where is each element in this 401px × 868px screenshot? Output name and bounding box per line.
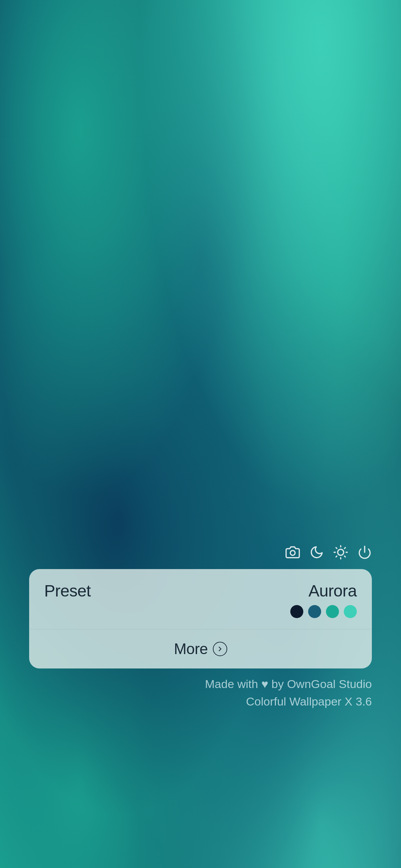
svg-line-5 (344, 556, 345, 557)
color-dot-4[interactable] (344, 605, 357, 618)
brightness-icon[interactable] (333, 545, 348, 559)
camera-icon[interactable] (285, 545, 300, 559)
widget-card: Preset Aurora More (29, 569, 372, 668)
color-dot-3[interactable] (326, 605, 339, 618)
color-dots (44, 605, 357, 618)
footer-line-2: Colorful Wallpaper X 3.6 (205, 693, 372, 710)
color-dot-2[interactable] (308, 605, 321, 618)
power-icon[interactable] (357, 545, 372, 559)
footer-line-1: Made with ♥ by OwnGoal Studio (205, 675, 372, 693)
svg-point-1 (338, 549, 344, 555)
preset-value: Aurora (308, 581, 357, 600)
preset-row: Preset Aurora (44, 581, 357, 600)
svg-point-0 (290, 551, 295, 555)
svg-line-4 (336, 547, 337, 548)
moon-icon[interactable] (309, 545, 324, 559)
footer: Made with ♥ by OwnGoal Studio Colorful W… (205, 675, 372, 710)
svg-line-9 (344, 547, 345, 548)
more-label: More (174, 640, 208, 658)
widget-top: Preset Aurora (29, 569, 372, 629)
more-chevron-icon (213, 642, 227, 656)
more-button[interactable]: More (29, 629, 372, 668)
page-container: Preset Aurora More Made with ♥ by OwnGoa… (0, 0, 401, 868)
toolbar (285, 545, 372, 559)
svg-line-8 (336, 556, 337, 557)
color-dot-1[interactable] (290, 605, 303, 618)
preset-label: Preset (44, 581, 91, 600)
